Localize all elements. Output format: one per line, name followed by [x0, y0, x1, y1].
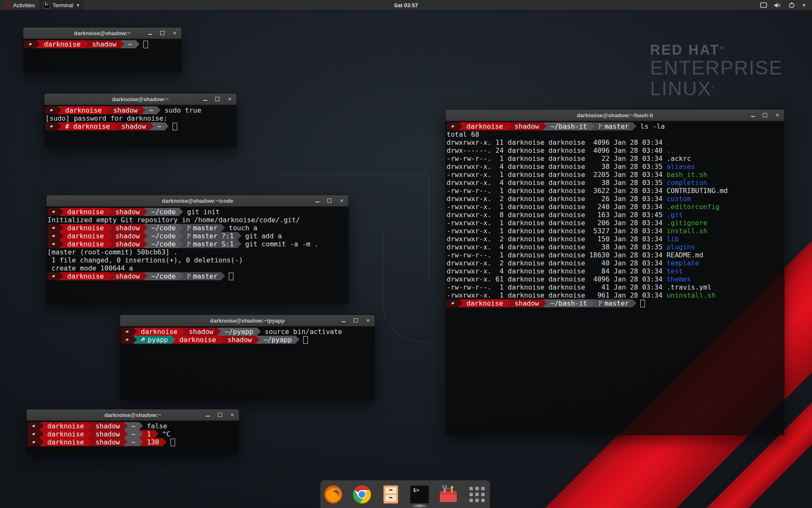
app-menu-terminal[interactable]: $> Terminal ▼ — [39, 0, 84, 10]
maximize-button[interactable] — [353, 318, 358, 323]
close-button[interactable]: ✕ — [775, 113, 780, 118]
terminal-window-code[interactable]: darknoise@shadow:~/code✕darknoiseshadow~… — [46, 195, 349, 304]
terminal-content[interactable]: darknoiseshadow~falsedarknoiseshadow~1^C… — [27, 421, 239, 454]
powerline-separator-icon — [179, 208, 183, 216]
minimize-button[interactable] — [205, 412, 210, 417]
window-titlebar[interactable]: darknoise@shadow:~✕ — [23, 28, 181, 39]
window-titlebar[interactable]: darknoise@shadow:~✕ — [27, 409, 239, 421]
distro-icon — [31, 440, 36, 444]
terminal-output-line: [sudo] password for darknoise: — [45, 114, 236, 122]
powerline-separator-icon — [121, 40, 124, 48]
command-text: sudo true — [165, 106, 201, 114]
dock-terminal-button[interactable]: $> — [409, 484, 430, 505]
terminal-window-home-1[interactable]: darknoise@shadow:~✕darknoiseshadow~ — [23, 27, 182, 72]
powerline-separator-icon — [133, 328, 137, 336]
dock-firefox-button[interactable] — [323, 484, 343, 505]
dock-toolbox-button[interactable] — [438, 484, 458, 505]
powerline-separator-icon — [507, 122, 511, 130]
prompt-segment-path: ~ — [124, 40, 136, 48]
maximize-button[interactable] — [160, 30, 165, 36]
prompt-segment-user: darknoise — [44, 438, 88, 446]
prompt-segment-user: darknoise — [463, 299, 507, 307]
command-text: ^C — [162, 430, 170, 438]
powerline-separator-icon — [257, 328, 261, 336]
distro-icon — [51, 274, 56, 279]
file-name: themes — [667, 275, 691, 283]
file-name: .editorconfig — [667, 203, 719, 211]
powerline-separator-icon — [591, 122, 595, 130]
wallpaper-arc-decoration — [383, 233, 431, 342]
distro-icon — [125, 337, 129, 342]
powerline-separator-icon — [124, 430, 128, 438]
minimize-button[interactable] — [148, 30, 153, 36]
terminal-window-home-2[interactable]: darknoise@shadow:~✕darknoiseshadow~false… — [26, 409, 239, 455]
terminal-content[interactable]: darknoiseshadow~/bash-itmasterls -latota… — [446, 121, 784, 435]
terminal-content[interactable]: darknoiseshadow~sudo true[sudo] password… — [44, 105, 236, 147]
close-button[interactable]: ✕ — [230, 412, 235, 417]
file-list-row: -rwxrwxr-x. 1 darknoise darknoise 5327 J… — [447, 227, 784, 235]
close-button[interactable]: ✕ — [339, 198, 344, 203]
terminal-content[interactable]: darknoiseshadow~/codegit initInitialized… — [47, 207, 348, 304]
branch-icon — [187, 273, 191, 279]
dock-chrome-button[interactable] — [352, 484, 372, 505]
chevron-down-icon: ▼ — [76, 3, 80, 8]
powerline-separator-icon — [165, 122, 169, 130]
window-titlebar[interactable]: darknoise@shadow:~✕ — [44, 94, 236, 105]
powerline-separator-icon — [221, 224, 225, 232]
prompt-segment-icon — [45, 122, 58, 130]
activities-label: Activities — [13, 2, 35, 8]
clock[interactable]: Sat 03:57 — [394, 2, 418, 8]
system-status-area[interactable]: ▼ — [760, 2, 812, 8]
minimize-button[interactable] — [315, 198, 320, 203]
powerline-separator-icon — [136, 40, 140, 48]
file-cabinet-icon — [381, 485, 400, 504]
window-titlebar[interactable]: darknoise@shadow:~/code✕ — [47, 195, 348, 207]
dock-app-grid-button[interactable] — [467, 484, 487, 505]
maximize-button[interactable] — [763, 113, 768, 118]
prompt-segment-path: ~/code — [148, 208, 180, 216]
app-menu-label: Terminal — [52, 2, 73, 8]
prompt-segment-host: shadow — [118, 122, 150, 130]
volume-icon — [774, 2, 782, 8]
powerline-separator-icon — [88, 438, 92, 446]
terminal-content[interactable]: darknoiseshadow~ — [23, 39, 181, 72]
terminal-cursor — [173, 123, 177, 130]
close-button[interactable]: ✕ — [172, 30, 177, 36]
prompt-line: pyappdarknoiseshadow~/pyapp — [121, 336, 375, 344]
file-name: custom — [667, 195, 691, 203]
prompt-segment-host: shadow — [92, 422, 124, 430]
powerline-separator-icon — [179, 224, 183, 232]
maximize-button[interactable] — [215, 97, 220, 102]
dock-files-button[interactable] — [381, 484, 401, 505]
powerline-separator-icon — [40, 430, 44, 438]
distro-icon — [450, 124, 455, 129]
file-list-row: drwxrwxr-x. 4 darknoise darknoise 38 Jan… — [447, 243, 784, 251]
prompt-segment-path: ~/pyapp — [260, 336, 296, 344]
file-name: .travis.yml — [667, 283, 711, 291]
maximize-button[interactable] — [217, 412, 222, 417]
file-list-row: -rwxrwxr-x. 1 darknoise darknoise 240 Ja… — [447, 203, 784, 211]
minimize-button[interactable] — [341, 318, 346, 323]
terminal-content[interactable]: darknoiseshadow~/pyappsource bin/activat… — [120, 326, 375, 399]
minimize-button[interactable] — [203, 97, 208, 102]
chrome-icon — [352, 485, 372, 504]
distro-icon — [51, 242, 56, 246]
window-title: darknoise@shadow:~/bash-it — [577, 112, 653, 119]
window-titlebar[interactable]: darknoise@shadow:~/pyapp✕ — [120, 315, 375, 326]
close-button[interactable]: ✕ — [227, 97, 232, 102]
file-name: template — [667, 259, 699, 267]
prompt-segment-icon — [47, 208, 60, 216]
minimize-button[interactable] — [750, 113, 755, 118]
window-titlebar[interactable]: darknoise@shadow:~/bash-it✕ — [446, 110, 784, 121]
prompt-segment-path: ~ — [154, 122, 165, 130]
close-button[interactable]: ✕ — [365, 318, 370, 323]
prompt-segment-branch: master — [595, 299, 633, 307]
distro-icon — [51, 226, 56, 230]
file-name: .ackrc — [667, 155, 691, 163]
terminal-window-pyapp[interactable]: darknoise@shadow:~/pyapp✕darknoiseshadow… — [120, 315, 375, 400]
terminal-window-bash-it[interactable]: darknoise@shadow:~/bash-it✕darknoiseshad… — [445, 109, 785, 435]
prompt-segment-icon — [47, 224, 60, 232]
activities-button[interactable]: Activities — [0, 0, 39, 10]
maximize-button[interactable] — [327, 198, 332, 203]
terminal-window-sudo[interactable]: darknoise@shadow:~✕darknoiseshadow~sudo … — [44, 93, 237, 148]
